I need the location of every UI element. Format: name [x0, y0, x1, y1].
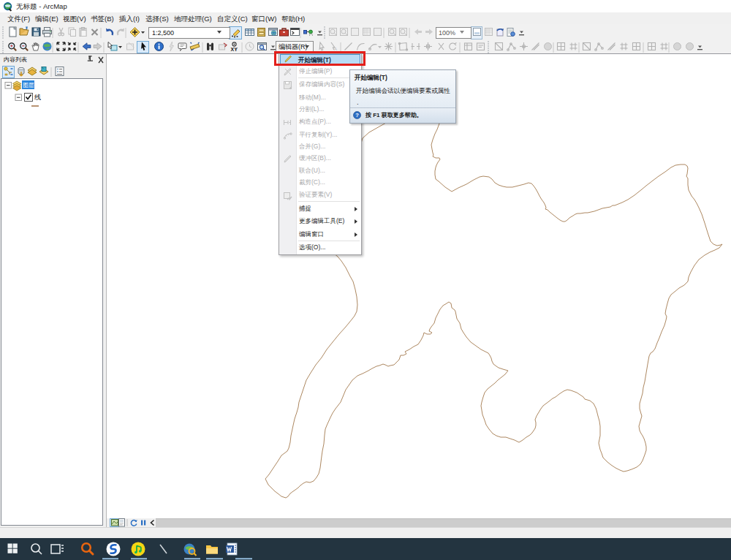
svg-text:?: ?: [355, 112, 359, 118]
svg-text:XY: XY: [231, 47, 238, 52]
